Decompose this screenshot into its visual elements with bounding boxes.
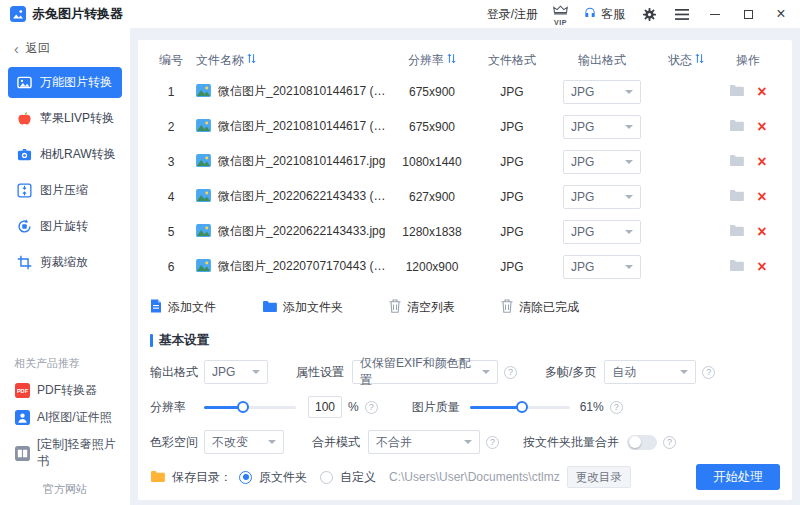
properties-label: 属性设置 (296, 364, 344, 381)
menu-hamburger-icon[interactable] (673, 5, 691, 23)
delete-file-icon[interactable]: × (757, 84, 766, 100)
header-status[interactable]: 状态 (656, 52, 716, 69)
sidebar-item-crop[interactable]: 剪裁缩放 (8, 247, 122, 278)
clear-list-button[interactable]: 清空列表 (389, 299, 455, 316)
quality-slider-handle[interactable] (516, 401, 528, 413)
chevron-down-icon (252, 370, 260, 374)
sidebar-item-livp-convert[interactable]: 苹果LIVP转换 (8, 103, 122, 134)
add-file-button[interactable]: 添加文件 (150, 299, 216, 316)
delete-file-icon[interactable]: × (757, 119, 766, 135)
open-folder-icon[interactable] (729, 259, 744, 274)
open-folder-icon[interactable] (729, 224, 744, 239)
output-format-select[interactable]: JPG (563, 115, 641, 139)
quality-slider[interactable] (470, 406, 570, 409)
sidebar-item-compress[interactable]: 图片压缩 (8, 175, 122, 206)
sort-icon[interactable] (695, 53, 704, 67)
support-button[interactable]: 客服 (583, 6, 625, 23)
product-pdf-converter[interactable]: PDF PDF转换器 (0, 377, 130, 404)
chevron-down-icon (625, 160, 633, 164)
properties-select[interactable]: 仅保留EXIF和颜色配置 (352, 360, 498, 384)
start-processing-button[interactable]: 开始处理 (696, 464, 780, 490)
multipage-select[interactable]: 自动 (604, 360, 696, 384)
svg-text:PDF: PDF (16, 388, 28, 394)
format-cell: JPG (476, 120, 548, 134)
format-cell: JPG (476, 85, 548, 99)
sidebar-item-universal-convert[interactable]: 万能图片转换 (8, 67, 122, 98)
minimize-button[interactable] (706, 5, 724, 23)
operations-cell: × (716, 259, 780, 275)
chevron-down-icon (625, 230, 633, 234)
radio-custom-folder[interactable] (320, 471, 333, 484)
close-button[interactable]: × (772, 5, 790, 23)
product-label: [定制]轻奢照片书 (37, 436, 116, 470)
header-file-name-label: 文件名称 (196, 52, 244, 69)
chevron-down-icon (464, 440, 472, 444)
settings-gear-icon[interactable] (640, 5, 658, 23)
output-format-select[interactable]: JPG (563, 255, 641, 279)
radio-original-folder[interactable] (239, 471, 252, 484)
sort-icon[interactable] (247, 53, 256, 67)
photo-book-icon (14, 446, 30, 461)
batch-merge-toggle[interactable] (627, 435, 657, 450)
sidebar-item-raw-convert[interactable]: 相机RAW转换 (8, 139, 122, 170)
radio-custom-folder-label[interactable]: 自定义 (340, 469, 376, 486)
vip-button[interactable]: VIP (553, 2, 568, 26)
output-format-select[interactable]: JPG (563, 80, 641, 104)
settings-section-title: 基本设置 (150, 332, 780, 349)
official-site-link[interactable]: 官方网站 (0, 475, 130, 499)
maximize-button[interactable] (739, 5, 757, 23)
open-folder-icon[interactable] (729, 119, 744, 134)
row-number: 3 (150, 155, 192, 169)
colorspace-select[interactable]: 不改变 (204, 430, 284, 454)
output-format-select[interactable]: JPG (563, 185, 641, 209)
file-name: 微信图片_20220622143433.jpg (218, 223, 385, 240)
resolution-slider-handle[interactable] (237, 401, 249, 413)
help-icon[interactable]: ? (610, 401, 623, 414)
operations-cell: × (716, 189, 780, 205)
add-folder-button[interactable]: 添加文件夹 (262, 299, 343, 316)
header-resolution[interactable]: 分辨率 (388, 52, 476, 69)
output-format-value: JPG (571, 155, 594, 169)
help-icon[interactable]: ? (365, 401, 378, 414)
open-folder-icon[interactable] (729, 154, 744, 169)
open-folder-icon[interactable] (729, 84, 744, 99)
file-name-cell: 微信图片_20220707170443 (复制) (2).jpg (192, 258, 388, 275)
product-ai-matting[interactable]: AI抠图/证件照 (0, 404, 130, 431)
output-format-cell: JPG (548, 80, 656, 104)
sort-icon[interactable] (447, 53, 456, 67)
file-name: 微信图片_20210810144617 (复制).jpg (218, 83, 388, 100)
resolution-value-input[interactable]: 100 (308, 396, 342, 418)
back-label: 返回 (26, 40, 50, 57)
delete-file-icon[interactable]: × (757, 259, 766, 275)
product-photo-book[interactable]: [定制]轻奢照片书 (0, 431, 130, 475)
output-format-setting-select[interactable]: JPG (204, 360, 268, 384)
help-icon[interactable]: ? (663, 436, 676, 449)
crop-icon (16, 255, 32, 270)
sidebar-item-rotate[interactable]: 图片旋转 (8, 211, 122, 242)
output-format-select[interactable]: JPG (563, 150, 641, 174)
save-path: C:\Users\User\Documents\ctlmz (389, 470, 560, 484)
login-register-link[interactable]: 登录/注册 (487, 6, 538, 23)
radio-original-folder-label[interactable]: 原文件夹 (259, 469, 307, 486)
delete-file-icon[interactable]: × (757, 154, 766, 170)
header-resolution-label: 分辨率 (408, 52, 444, 69)
delete-file-icon[interactable]: × (757, 189, 766, 205)
delete-file-icon[interactable]: × (757, 224, 766, 240)
help-icon[interactable]: ? (702, 366, 715, 379)
resolution-slider[interactable] (204, 406, 296, 409)
clear-completed-button[interactable]: 清除已完成 (501, 299, 579, 316)
format-cell: JPG (476, 225, 548, 239)
vip-label: VIP (554, 19, 567, 26)
change-directory-button[interactable]: 更改目录 (567, 466, 631, 488)
help-icon[interactable]: ? (486, 436, 499, 449)
back-button[interactable]: ‹ 返回 (0, 32, 130, 65)
open-folder-icon[interactable] (729, 189, 744, 204)
row-number: 4 (150, 190, 192, 204)
header-number: 编号 (150, 52, 192, 69)
file-name-cell: 微信图片_20210810144617 (复制).jpg (192, 83, 388, 100)
header-file-name[interactable]: 文件名称 (192, 52, 388, 69)
app-window: 赤兔图片转换器 登录/注册 VIP 客服 × (0, 0, 800, 505)
merge-mode-select[interactable]: 不合并 (368, 430, 480, 454)
output-format-select[interactable]: JPG (563, 220, 641, 244)
help-icon[interactable]: ? (504, 366, 517, 379)
